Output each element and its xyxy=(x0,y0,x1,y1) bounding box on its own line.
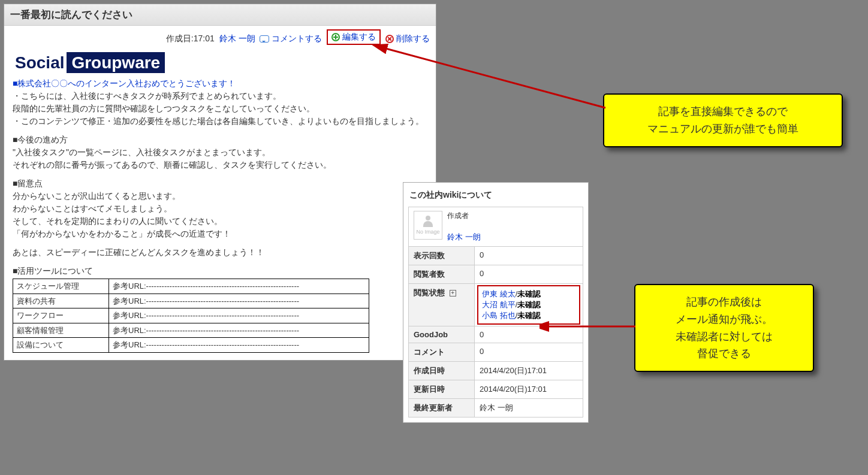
body-text: ・こちらには、入社後にすべきタスクが時系列でまとめられています。 xyxy=(13,90,427,102)
table-row: 閲覧者数0 xyxy=(409,265,583,284)
goodjob-value: 0 xyxy=(475,326,583,343)
readers-value: 0 xyxy=(475,265,583,284)
tool-name: スケジュール管理 xyxy=(13,279,109,294)
table-row: 閲覧状態 + 伊東 綾太/未確認 大沼 航平/未確認 小島 拓也/未確認 xyxy=(409,284,583,326)
table-row: コメント0 xyxy=(409,343,583,362)
callout-text: マニュアルの更新が誰でも簡単 xyxy=(617,120,828,138)
body-text: そして、それを定期的にまわりの人に聞いてください。 xyxy=(13,215,427,228)
reader-link[interactable]: 伊東 綾太 xyxy=(482,289,516,298)
tool-name: 顧客情報管理 xyxy=(13,323,109,338)
author-label: 作成者 xyxy=(447,211,481,221)
body-text: 分からないことが沢山出てくると思います。 xyxy=(13,190,427,202)
tool-url: 参考URL:----------------------------------… xyxy=(109,308,369,323)
article-body: ■株式会社〇〇へのインターン入社おめでとうございます！ ・こちらには、入社後にす… xyxy=(4,77,436,360)
wiki-author-link[interactable]: 鈴木 一朗 xyxy=(447,232,481,243)
body-text: "入社後タスク"の一覧ページに、入社後タスクがまとまっています。 xyxy=(13,146,427,159)
updated-label: 更新日時 xyxy=(409,380,475,399)
author-link[interactable]: 鈴木 一朗 xyxy=(219,34,255,43)
readers-label: 閲覧者数 xyxy=(409,265,475,284)
reading-status-item: 伊東 綾太/未確認 xyxy=(482,289,575,299)
article-meta-bar: 作成日:17:01 鈴木 一朗 コメントする 編集する 削除する xyxy=(4,26,436,46)
edit-icon xyxy=(331,33,340,41)
section-heading: ■留意点 xyxy=(13,177,427,190)
table-row: 顧客情報管理参考URL:----------------------------… xyxy=(13,323,369,338)
tool-url: 参考URL:----------------------------------… xyxy=(109,338,369,353)
reader-link[interactable]: 小島 拓也 xyxy=(482,311,516,320)
tool-url: 参考URL:----------------------------------… xyxy=(109,323,369,338)
reading-status-label: 閲覧状態 + xyxy=(409,284,475,326)
delete-icon xyxy=(385,35,394,43)
tool-name: 設備について xyxy=(13,338,109,353)
goodjob-label: GoodJob xyxy=(409,326,475,343)
person-icon xyxy=(422,216,434,228)
wiki-panel-title: この社内wikiについて xyxy=(408,187,583,207)
intro-link[interactable]: ■株式会社〇〇へのインターン入社おめでとうございます！ xyxy=(13,77,427,90)
logo-text-groupware: Groupware xyxy=(67,52,165,73)
reading-status-item: 大沼 航平/未確認 xyxy=(482,299,575,310)
body-text: それぞれの部に番号が振ってあるので、順番に確認し、タスクを実行してください。 xyxy=(13,159,427,171)
created-label: 作成日:17:01 xyxy=(166,34,215,43)
article-title: 一番最初に読んでください xyxy=(4,4,436,26)
wiki-info-panel: この社内wikiについて No Image 作成者 鈴木 一朗 表示回数0 閲覧… xyxy=(403,182,589,423)
tool-name: ワークフロー xyxy=(13,308,109,323)
updated-value: 2014/4/20(日)17:01 xyxy=(475,380,583,399)
views-label: 表示回数 xyxy=(409,247,475,265)
no-image-text: No Image xyxy=(416,229,439,235)
comment-icon xyxy=(260,35,269,43)
tools-table: スケジュール管理参考URL:--------------------------… xyxy=(13,279,369,353)
tool-url: 参考URL:----------------------------------… xyxy=(109,294,369,308)
callout-text: メール通知が飛ぶ。 xyxy=(649,311,800,328)
body-text: ・このコンテンツで修正・追加の必要性を感じた場合は各自編集していき、よりよいもの… xyxy=(13,115,427,128)
table-row: 最終更新者鈴木 一朗 xyxy=(409,399,583,417)
table-row: No Image 作成者 鈴木 一朗 xyxy=(409,207,583,247)
callout-notify: 記事の作成後は メール通知が飛ぶ。 未確認者に対しては 督促できる xyxy=(634,284,814,372)
no-image-placeholder: No Image xyxy=(414,211,442,240)
expand-icon[interactable]: + xyxy=(450,290,456,297)
edit-button[interactable]: 編集する xyxy=(342,32,376,43)
callout-edit: 記事を直接編集できるので マニュアルの更新が誰でも簡単 xyxy=(603,93,843,147)
table-row: 表示回数0 xyxy=(409,247,583,265)
reading-status-highlight: 伊東 綾太/未確認 大沼 航平/未確認 小島 拓也/未確認 xyxy=(477,285,580,325)
article-panel: 一番最初に読んでください 作成日:17:01 鈴木 一朗 コメントする 編集する… xyxy=(4,4,436,361)
created-value: 2014/4/20(日)17:01 xyxy=(475,362,583,380)
callout-text: 記事の作成後は xyxy=(649,294,800,311)
table-row: 更新日時2014/4/20(日)17:01 xyxy=(409,380,583,399)
table-row: スケジュール管理参考URL:--------------------------… xyxy=(13,279,369,294)
comment-button[interactable]: コメントする xyxy=(272,34,322,43)
table-row: 資料の共有参考URL:-----------------------------… xyxy=(13,294,369,308)
body-text: あとは、スピーディーに正確にどんどんタスクを進めましょう！！ xyxy=(13,246,427,259)
views-value: 0 xyxy=(475,247,583,265)
reading-status-item: 小島 拓也/未確認 xyxy=(482,310,575,321)
tool-name: 資料の共有 xyxy=(13,294,109,308)
updater-value: 鈴木 一朗 xyxy=(475,399,583,417)
comment-value: 0 xyxy=(475,343,583,362)
tool-url: 参考URL:----------------------------------… xyxy=(109,279,369,294)
reader-link[interactable]: 大沼 航平 xyxy=(482,300,516,309)
section-heading: ■活用ツールについて xyxy=(13,265,427,277)
table-row: 作成日時2014/4/20(日)17:01 xyxy=(409,362,583,380)
status-badge: 未確認 xyxy=(517,289,541,298)
body-text: 段階的に先輩社員の方に質問や確認をしつつタスクをこなしていってください。 xyxy=(13,102,427,115)
updater-label: 最終更新者 xyxy=(409,399,475,417)
edit-highlight-box: 編集する xyxy=(327,29,381,45)
wiki-info-table: No Image 作成者 鈴木 一朗 表示回数0 閲覧者数0 閲覧状態 + 伊東… xyxy=(408,207,583,417)
callout-text: 記事を直接編集できるので xyxy=(617,103,828,120)
created-label: 作成日時 xyxy=(409,362,475,380)
body-text: 「何がわからないかをわかること」が成長への近道です！ xyxy=(13,228,427,240)
section-heading: ■今後の進め方 xyxy=(13,134,427,146)
status-badge: 未確認 xyxy=(517,311,541,320)
delete-button[interactable]: 削除する xyxy=(396,34,430,43)
table-row: 設備について参考URL:----------------------------… xyxy=(13,338,369,353)
status-badge: 未確認 xyxy=(517,300,541,309)
callout-text: 督促できる xyxy=(649,345,800,362)
table-row: ワークフロー参考URL:----------------------------… xyxy=(13,308,369,323)
table-row: GoodJob0 xyxy=(409,326,583,343)
callout-text: 未確認者に対しては xyxy=(649,328,800,346)
comment-label: コメント xyxy=(409,343,475,362)
app-logo: Social Groupware xyxy=(15,53,425,72)
logo-text-social: Social xyxy=(15,53,64,72)
body-text: わからないことはすべてメモしましょう。 xyxy=(13,202,427,215)
